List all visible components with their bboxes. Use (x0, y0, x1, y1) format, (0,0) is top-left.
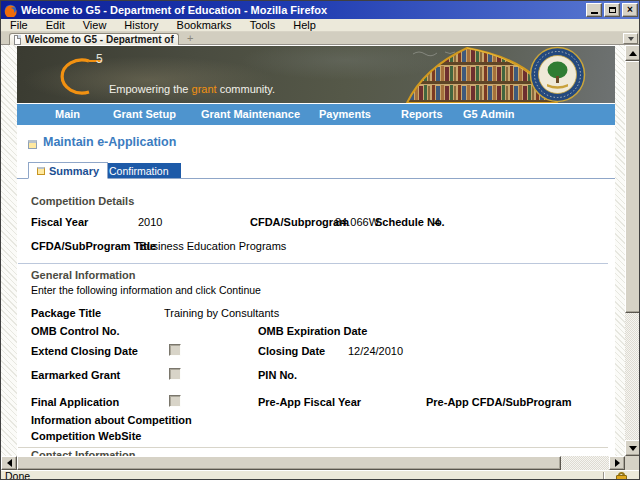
arrow-down-icon (629, 446, 637, 455)
tab-summary-label: Summary (49, 165, 99, 177)
menu-view[interactable]: View (74, 19, 116, 31)
g5-logo-number: 5 (96, 52, 103, 66)
omb-control-label: OMB Control No. (31, 325, 120, 337)
browser-window: Welcome to G5 - Department of Education … (0, 0, 640, 480)
pin-no-label: PIN No. (258, 369, 297, 381)
earmarked-grant-checkbox[interactable] (169, 368, 181, 380)
cfda-subprogram-value: 84.066W (335, 216, 379, 228)
fiscal-year-label: Fiscal Year (31, 216, 88, 228)
title-bar: Welcome to G5 - Department of Education … (1, 1, 640, 19)
close-icon: × (627, 4, 633, 16)
cfda-title-value: Business Education Programs (139, 240, 286, 252)
status-text: Done (5, 470, 30, 480)
pre-app-fiscal-year-label: Pre-App Fiscal Year (258, 396, 361, 408)
g5-logo (45, 52, 103, 98)
banner-tagline: Empowering the grant community. (109, 83, 275, 95)
close-button[interactable]: × (622, 3, 638, 17)
department-of-education-seal (529, 46, 586, 103)
summary-tab-icon (37, 167, 45, 175)
nav-grant-setup[interactable]: Grant Setup (113, 108, 176, 120)
vertical-scroll-thumb[interactable] (625, 61, 640, 313)
cfda-title-label: CFDA/SubProgram Title (31, 240, 156, 252)
restore-icon (609, 7, 616, 13)
menu-history[interactable]: History (115, 19, 167, 31)
final-application-checkbox[interactable] (169, 395, 181, 407)
horizontal-scrollbar[interactable] (1, 456, 625, 470)
closing-date-label: Closing Date (258, 345, 325, 357)
menu-bar: File Edit View History Bookmarks Tools H… (1, 19, 640, 32)
menu-edit[interactable]: Edit (37, 19, 74, 31)
nav-payments[interactable]: Payments (319, 108, 371, 120)
scroll-right-button[interactable] (609, 456, 625, 470)
info-about-competition-label: Information about Competition (31, 414, 192, 426)
horizontal-scroll-thumb[interactable] (17, 456, 561, 470)
status-separator (603, 472, 605, 480)
window-title: Welcome to G5 - Department of Education … (21, 4, 327, 16)
nav-grant-maintenance[interactable]: Grant Maintenance (201, 108, 300, 120)
arrow-right-icon (615, 459, 624, 467)
main-nav-bar: Main Grant Setup Grant Maintenance Payme… (17, 104, 615, 125)
minimize-icon (591, 12, 598, 14)
section-divider (18, 447, 608, 448)
menu-tools[interactable]: Tools (241, 19, 285, 31)
closing-date-value: 12/24/2010 (348, 345, 403, 357)
restore-button[interactable] (604, 3, 620, 17)
scroll-up-button[interactable] (625, 45, 640, 61)
firefox-icon (4, 4, 17, 17)
package-title-label: Package Title (31, 307, 101, 319)
status-bar: Done (1, 470, 640, 480)
package-title-value: Training by Consultants (164, 307, 279, 319)
scrollbar-corner (625, 456, 640, 470)
menu-bookmarks[interactable]: Bookmarks (168, 19, 241, 31)
tab-confirmation-label: Confirmation (109, 165, 169, 177)
browser-tab[interactable]: Welcome to G5 - Department of Edu... (9, 33, 179, 45)
section-general-information: General Information (31, 269, 136, 281)
window-bullet-icon (28, 140, 37, 149)
nav-reports[interactable]: Reports (401, 108, 443, 120)
schedule-no-value: 4 (434, 216, 440, 228)
vertical-scrollbar[interactable] (625, 45, 640, 456)
instructions-text: Enter the following information and clic… (31, 284, 261, 296)
page-title: Maintain e-Application (43, 135, 176, 149)
page-icon (14, 35, 21, 45)
pre-app-cfda-label: Pre-App CFDA/SubProgram (426, 396, 571, 408)
nav-main[interactable]: Main (55, 108, 80, 120)
page-content: 5 Empowering the grant community. (17, 45, 615, 456)
browser-tab-title: Welcome to G5 - Department of Edu... (25, 34, 174, 45)
extend-closing-date-label: Extend Closing Date (31, 345, 138, 357)
competition-website-label: Competition WebSite (31, 430, 141, 442)
menu-help[interactable]: Help (284, 19, 325, 31)
tab-summary[interactable]: Summary (28, 162, 108, 179)
section-divider (18, 263, 608, 264)
section-competition-details: Competition Details (31, 195, 134, 207)
final-application-label: Final Application (31, 396, 119, 408)
new-tab-button[interactable]: + (187, 32, 193, 44)
extend-closing-date-checkbox[interactable] (169, 344, 181, 356)
section-contact-information: Contact Information (31, 449, 136, 456)
g5-banner: 5 Empowering the grant community. (17, 46, 615, 103)
menu-file[interactable]: File (1, 19, 37, 31)
scroll-down-button[interactable] (625, 440, 640, 456)
earmarked-grant-label: Earmarked Grant (31, 369, 120, 381)
fiscal-year-value: 2010 (138, 216, 162, 228)
tab-confirmation[interactable]: Confirmation (97, 163, 181, 178)
tab-strip: Welcome to G5 - Department of Edu... + (1, 32, 640, 45)
scroll-left-button[interactable] (1, 456, 17, 470)
omb-expiration-label: OMB Expiration Date (258, 325, 367, 337)
page-viewport: 5 Empowering the grant community. (1, 45, 625, 456)
arrow-up-icon (629, 47, 637, 56)
minimize-button[interactable] (586, 3, 602, 17)
nav-g5-admin[interactable]: G5 Admin (463, 108, 515, 120)
list-all-tabs-button[interactable] (623, 33, 638, 44)
padlock-icon (616, 472, 627, 480)
arrow-left-icon (3, 459, 12, 467)
